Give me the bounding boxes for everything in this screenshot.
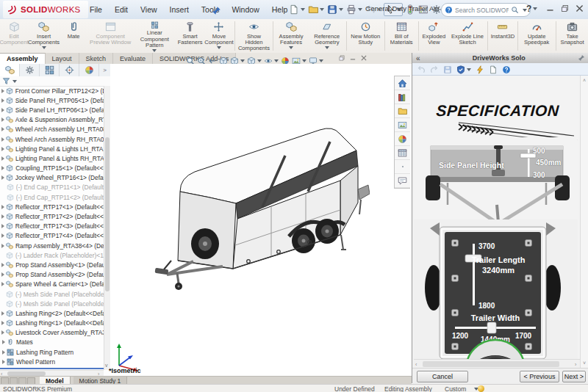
dropdown-caret-icon[interactable] [358, 8, 362, 11]
taskpane-design-library-button[interactable] [395, 90, 410, 104]
expand-arrow-icon[interactable] [0, 214, 6, 219]
menu-edit[interactable]: Edit [115, 5, 128, 14]
panel-tab-display-manager[interactable] [79, 64, 99, 76]
dw-vscroll-down-icon[interactable]: ˅ [583, 360, 586, 366]
panel-pin-icon[interactable] [574, 54, 588, 62]
menu-view[interactable]: View [140, 5, 157, 14]
trailer-width-slider-thumb[interactable] [487, 322, 496, 333]
tree-item-side-panel-lh-rtp06-1[interactable]: Side Panel LH_RTP06<1> (Default<< [0, 105, 104, 115]
move-component-button[interactable]: Move Component [204, 19, 234, 53]
expand-arrow-icon[interactable] [0, 244, 6, 248]
tree-item-mates[interactable]: Mates [0, 338, 104, 347]
instant3d-button[interactable]: Instant3D [489, 19, 517, 53]
tree-item-lashing-ring-pattern[interactable]: Lashing Ring Pattern [0, 347, 104, 357]
open-folder-button[interactable] [307, 4, 325, 15]
tree-item-axle-suspension-assemb[interactable]: Axle & Suspension Assembly_RTA07 [0, 115, 104, 125]
dw-hscroll-thumb[interactable] [423, 361, 559, 367]
expand-arrow-icon[interactable] [0, 108, 6, 112]
expand-arrow-icon[interactable] [0, 98, 6, 103]
expand-arrow-icon[interactable] [0, 156, 6, 161]
expand-arrow-icon[interactable] [0, 350, 7, 355]
dropdown-caret-icon[interactable] [274, 59, 279, 62]
expand-arrow-icon[interactable] [0, 360, 7, 364]
taskpane-view-palette-button[interactable] [395, 118, 410, 132]
dw-protection-shield-button[interactable] [456, 62, 471, 76]
taskpane-home-button[interactable] [395, 76, 410, 90]
insert-components-button[interactable]: Insert Components [28, 19, 60, 53]
tree-item-reflector-rtp17-4-defa[interactable]: Reflector_RTP17<4> (Default<<Defa [0, 231, 104, 241]
tree-item-reflector-rtp17-1-defa[interactable]: Reflector_RTP17<1> (Default<<Defa [0, 202, 104, 211]
pin-menu-icon[interactable] [212, 4, 221, 17]
expand-arrow-icon[interactable] [0, 263, 6, 267]
minimize-icon[interactable] [545, 4, 555, 13]
expand-arrow-icon[interactable] [0, 166, 6, 170]
expand-arrow-icon[interactable] [0, 224, 6, 228]
panel-collapse-icon[interactable]: « [412, 54, 424, 62]
tree-vscroll-thumb[interactable] [105, 137, 110, 291]
doc-minimize-icon[interactable] [349, 54, 356, 62]
explode-line-sketch-button[interactable]: Explode Line Sketch [448, 19, 487, 53]
expand-arrow-icon[interactable] [0, 175, 6, 180]
restore-icon[interactable] [560, 4, 570, 13]
new-motion-study-button[interactable]: New Motion Study [348, 19, 384, 53]
expand-arrow-icon[interactable] [0, 89, 6, 93]
tree-item-end-cap-rtp11-1-de[interactable]: (-) End Cap_RTP11<1> (Default) [0, 183, 104, 192]
panel-tab-feature-manager[interactable] [0, 64, 20, 76]
mate-button[interactable]: Mate [60, 19, 87, 53]
tree-item-wheel-arch-assembly-lh-r[interactable]: Wheel Arch Assembly LH_RTA08<1> [0, 125, 104, 134]
tree-item-end-cap-rtp11-2-de[interactable]: (-) End Cap_RTP11<2> (Default) [0, 192, 104, 202]
help-button[interactable]: ? [526, 4, 537, 14]
tree-item-ramp-assembly-rta38-4[interactable]: Ramp Assembly_RTA38<4> (Default [0, 241, 104, 250]
dw-hscroll-right-icon[interactable]: › [575, 362, 576, 367]
taskpane-separator-dot-button[interactable] [395, 160, 410, 174]
expand-arrow-icon[interactable] [0, 340, 7, 344]
dropdown-caret-icon[interactable] [240, 59, 245, 62]
tree-item-lighting-panel-lights[interactable]: Lighting Panel & Lights LH_RTA13< [0, 144, 104, 153]
tree-item-lashing-ring-2-default[interactable]: Lashing Ring<2> (Default<<Default [0, 308, 104, 318]
next-button[interactable]: Next > [562, 371, 586, 382]
dropdown-caret-icon[interactable] [152, 49, 157, 52]
panel-tab-configuration-manager[interactable] [40, 64, 60, 76]
expand-arrow-icon[interactable] [0, 127, 6, 131]
expand-arrow-icon[interactable] [0, 330, 6, 335]
tree-item-jockey-wheel-rtp16-1-d[interactable]: Jockey Wheel_RTP16<1> (Default<< [0, 173, 104, 183]
dropdown-caret-icon[interactable] [257, 59, 262, 62]
expand-arrow-icon[interactable] [0, 147, 6, 151]
new-document-button[interactable] [288, 4, 306, 15]
search-input[interactable]: Search SOLIDWORKS Help [455, 7, 509, 14]
tree-item-mesh-side-panel-pla[interactable]: (-) Mesh Side Panel (Placeholder)<2 [0, 299, 104, 308]
tree-item-ladder-rack-placeho[interactable]: (-) Ladder Rack (Placeholder)<1> (D [0, 250, 104, 260]
tree-item-reflector-rtp17-3-defa[interactable]: Reflector_RTP17<3> (Default<<Defa [0, 222, 104, 231]
dw-vscroll-up-icon[interactable]: ˄ [583, 78, 586, 83]
menu-window[interactable]: Window [232, 5, 259, 14]
tab-sketch[interactable]: Sketch [79, 53, 114, 64]
assembly-features-button[interactable]: Assembly Features [274, 19, 309, 53]
tree-item-mesh-side-panel-pla[interactable]: (-) Mesh Side Panel (Placeholder)<1 [0, 289, 104, 299]
menu-file[interactable]: File [90, 5, 102, 14]
expand-arrow-icon[interactable] [0, 272, 6, 277]
tree-item-front-corner-pillar-rtp1[interactable]: Front Corner Pillar_RTP12<2> (Defau [0, 86, 104, 95]
linear-component-pattern-button[interactable]: Linear Component Pattern [133, 19, 176, 53]
tree-vertical-scrollbar[interactable]: v [104, 86, 110, 370]
expand-arrow-icon[interactable] [0, 311, 6, 316]
status-units-select[interactable]: Custom [445, 385, 466, 392]
expand-arrow-icon[interactable] [0, 205, 6, 209]
dropdown-caret-icon[interactable] [325, 46, 329, 49]
tree-item-reflector-rtp17-2-defa[interactable]: Reflector_RTP17<2> (Default<<Defa [0, 211, 104, 221]
expand-arrow-icon[interactable] [0, 321, 6, 325]
dw-report-button[interactable] [489, 62, 498, 76]
dropdown-caret-icon[interactable] [301, 8, 305, 11]
rollback-bar[interactable] [0, 368, 104, 369]
dw-hscroll-left-icon[interactable]: ‹ [415, 362, 417, 367]
dropdown-caret-icon[interactable] [320, 8, 324, 11]
dropdown-caret-icon[interactable] [42, 46, 46, 49]
trailer-3d-model[interactable] [135, 117, 370, 300]
panel-tab-property-manager[interactable] [20, 64, 40, 76]
menu-insert[interactable]: Insert [170, 5, 189, 14]
taskpane-appearances-button[interactable] [395, 132, 410, 146]
reference-geometry-button[interactable]: Reference Geometry [309, 19, 346, 53]
doc-restore-icon[interactable] [338, 54, 345, 62]
take-snapshot-button[interactable]: Take Snapshot [556, 19, 588, 53]
tree-item-livestock-cover-assembly[interactable]: Livestock Cover Assembly_RTA39<3 [0, 328, 104, 338]
print-button[interactable] [345, 4, 363, 15]
